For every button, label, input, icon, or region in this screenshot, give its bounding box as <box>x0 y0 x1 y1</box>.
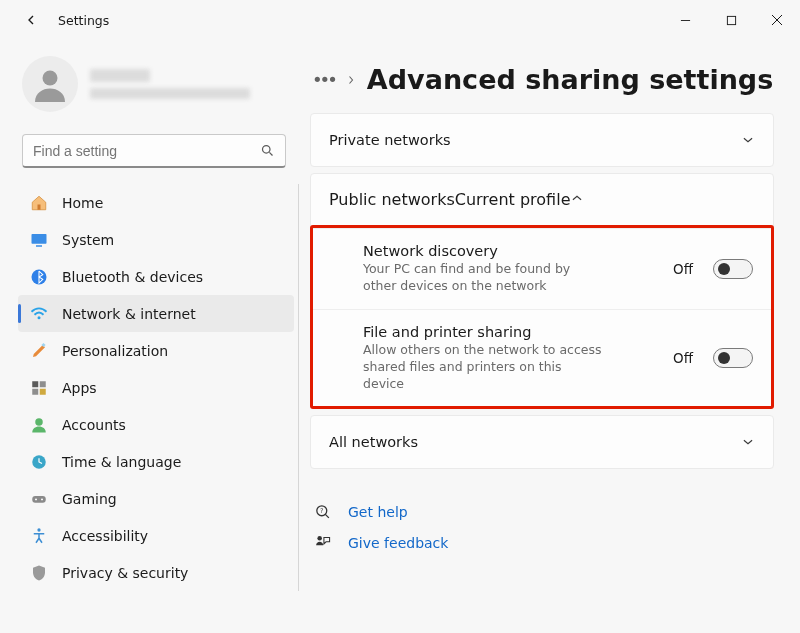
sidebar-item-label: Gaming <box>62 491 117 507</box>
accessibility-icon <box>30 527 48 545</box>
svg-point-15 <box>35 418 43 426</box>
svg-line-22 <box>325 515 329 519</box>
accounts-icon <box>30 416 48 434</box>
sidebar-item-label: Accessibility <box>62 528 148 544</box>
profile-name <box>90 69 150 82</box>
close-button[interactable] <box>754 4 800 36</box>
window-title: Settings <box>58 13 109 28</box>
profile-block[interactable] <box>18 52 300 128</box>
section-all-networks[interactable]: All networks <box>310 415 774 469</box>
section-public-networks: Public networks Current profile Network … <box>310 173 774 409</box>
maximize-button[interactable] <box>708 4 754 36</box>
sidebar-item-label: Apps <box>62 380 97 396</box>
title-bar: Settings <box>0 0 800 40</box>
sidebar-item-privacy[interactable]: Privacy & security <box>18 554 294 591</box>
sidebar-item-home[interactable]: Home <box>18 184 294 221</box>
chevron-down-icon <box>741 435 755 449</box>
svg-point-2 <box>43 71 58 86</box>
sidebar-item-label: Personalization <box>62 343 168 359</box>
give-feedback-link[interactable]: Give feedback <box>310 534 774 551</box>
svg-rect-1 <box>727 16 735 24</box>
profile-email <box>90 88 250 99</box>
section-label: Public networks <box>329 190 455 209</box>
paintbrush-icon <box>30 342 48 360</box>
svg-line-4 <box>269 152 272 155</box>
sidebar-item-personalization[interactable]: Personalization <box>18 332 294 369</box>
gaming-icon <box>30 490 48 508</box>
sidebar-item-system[interactable]: System <box>18 221 294 258</box>
chevron-up-icon <box>570 190 584 209</box>
sidebar-item-bluetooth[interactable]: Bluetooth & devices <box>18 258 294 295</box>
minimize-button[interactable] <box>662 4 708 36</box>
section-label: All networks <box>329 434 418 450</box>
sidebar-item-label: Network & internet <box>62 306 196 322</box>
svg-point-3 <box>263 146 271 154</box>
sidebar-item-gaming[interactable]: Gaming <box>18 480 294 517</box>
svg-point-18 <box>35 498 37 500</box>
setting-network-discovery: Network discovery Your PC can find and b… <box>313 228 771 309</box>
page-title: Advanced sharing settings <box>367 64 773 95</box>
search-icon <box>260 143 275 158</box>
system-icon <box>30 231 48 249</box>
svg-rect-12 <box>40 381 46 387</box>
svg-point-20 <box>37 528 40 531</box>
sidebar-item-label: Home <box>62 195 103 211</box>
bluetooth-icon <box>30 268 48 286</box>
main-content: ••• Advanced sharing settings Private ne… <box>300 40 800 633</box>
avatar <box>22 56 78 112</box>
svg-rect-7 <box>36 245 42 247</box>
section-private-networks[interactable]: Private networks <box>310 113 774 167</box>
svg-rect-13 <box>32 388 38 394</box>
sidebar-item-time[interactable]: Time & language <box>18 443 294 480</box>
setting-title: File and printer sharing <box>363 324 663 340</box>
apps-icon <box>30 379 48 397</box>
chevron-down-icon <box>741 133 755 147</box>
get-help-link[interactable]: ? Get help <box>310 503 774 520</box>
sidebar: Home System Bluetooth & devices Network … <box>0 40 300 633</box>
toggle-state: Off <box>673 261 693 277</box>
svg-rect-6 <box>32 234 47 244</box>
sidebar-item-label: Accounts <box>62 417 126 433</box>
sidebar-item-accessibility[interactable]: Accessibility <box>18 517 294 554</box>
svg-point-19 <box>41 498 43 500</box>
shield-icon <box>30 564 48 582</box>
setting-title: Network discovery <box>363 243 663 259</box>
sidebar-item-label: Privacy & security <box>62 565 188 581</box>
toggle-state: Off <box>673 350 693 366</box>
file-printer-sharing-toggle[interactable] <box>713 348 753 368</box>
setting-desc: Your PC can find and be found by other d… <box>363 261 603 295</box>
profile-badge: Current profile <box>455 190 571 209</box>
network-discovery-toggle[interactable] <box>713 259 753 279</box>
sidebar-item-label: System <box>62 232 114 248</box>
chevron-right-icon <box>345 74 357 86</box>
search-input[interactable] <box>22 134 286 168</box>
sidebar-item-accounts[interactable]: Accounts <box>18 406 294 443</box>
svg-rect-14 <box>40 388 46 394</box>
back-button[interactable] <box>22 11 40 29</box>
svg-rect-5 <box>38 204 41 209</box>
setting-desc: Allow others on the network to access sh… <box>363 342 603 393</box>
section-label: Private networks <box>329 132 451 148</box>
sidebar-item-label: Bluetooth & devices <box>62 269 203 285</box>
clock-icon <box>30 453 48 471</box>
svg-rect-17 <box>32 496 46 503</box>
sidebar-item-label: Time & language <box>62 454 181 470</box>
help-icon: ? <box>314 503 332 520</box>
home-icon <box>30 194 48 212</box>
setting-file-printer-sharing: File and printer sharing Allow others on… <box>313 309 771 407</box>
sidebar-item-apps[interactable]: Apps <box>18 369 294 406</box>
sidebar-item-network[interactable]: Network & internet <box>18 295 294 332</box>
svg-rect-11 <box>32 381 38 387</box>
feedback-icon <box>314 534 332 551</box>
breadcrumb-ellipsis[interactable]: ••• <box>312 69 335 90</box>
wifi-icon <box>30 305 48 323</box>
highlighted-settings: Network discovery Your PC can find and b… <box>310 225 774 409</box>
svg-text:?: ? <box>320 507 323 515</box>
section-public-header[interactable]: Public networks Current profile <box>311 174 773 225</box>
svg-point-9 <box>38 316 41 319</box>
svg-point-24 <box>317 536 322 541</box>
